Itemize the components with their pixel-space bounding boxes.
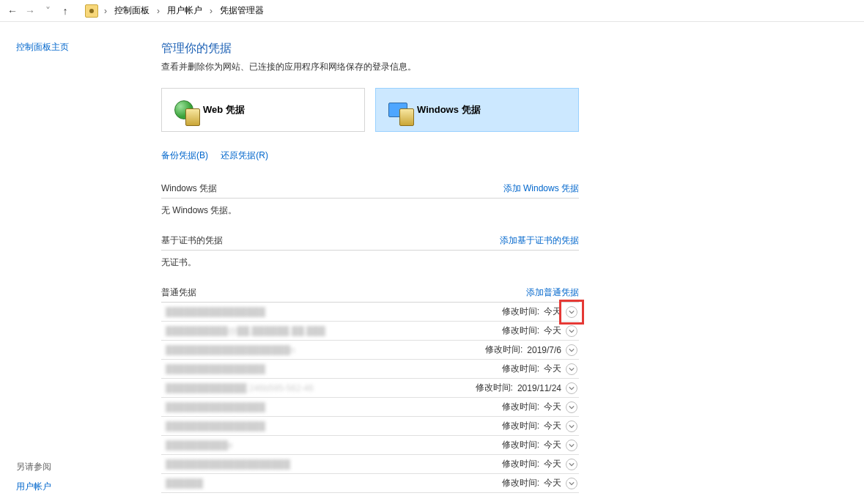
credential-name: ██████████e (166, 440, 502, 451)
see-also-header: 另请参阅 (16, 461, 147, 473)
modified-label: 修改时间: (502, 363, 539, 375)
breadcrumb-user-accounts[interactable]: 用户帐户 (166, 4, 204, 17)
credential-name: ████████████████ (166, 364, 502, 374)
credential-meta: 修改时间: 今天 (502, 420, 577, 432)
windows-creds-empty: 无 Windows 凭据。 (161, 199, 579, 230)
cert-creds-title: 基于证书的凭据 (161, 234, 223, 247)
credential-row[interactable]: ████████████████████n修改时间: 2019/7/6 (161, 341, 579, 360)
credential-row[interactable]: ████████████████修改时间: 今天 (161, 303, 579, 322)
backup-credentials-link[interactable]: 备份凭据(B) (161, 150, 208, 160)
modified-date: 今天 (544, 305, 561, 318)
credential-meta: 修改时间: 2019/11/24 (476, 382, 577, 394)
modified-label: 修改时间: (476, 382, 513, 394)
expand-chevron-icon[interactable] (566, 382, 577, 394)
credential-name: ████████████████ (166, 402, 502, 412)
cert-creds-empty: 无证书。 (161, 251, 579, 282)
expand-chevron-icon[interactable] (566, 306, 577, 318)
chevron-right-icon: › (208, 6, 214, 16)
main-content: 管理你的凭据 查看并删除你为网站、已连接的应用程序和网络保存的登录信息。 Web… (147, 28, 601, 504)
credential-meta: 修改时间: 今天 (502, 458, 577, 470)
modified-date: 今天 (544, 363, 561, 375)
modified-date: 今天 (544, 325, 561, 337)
credential-name: ████████████████ (166, 421, 502, 431)
credential-row[interactable]: ████████████████修改时间: 今天 (161, 398, 579, 417)
credential-row[interactable]: ████████████████████修改时间: 今天 (161, 455, 579, 474)
credential-name: ████████████████████n (166, 345, 485, 355)
credential-row[interactable]: ██████████e修改时间: 今天 (161, 436, 579, 455)
credential-meta: 修改时间: 今天 (502, 305, 577, 318)
restore-credentials-link[interactable]: 还原凭据(R) (221, 150, 268, 160)
windows-credentials-label: Windows 凭据 (417, 103, 481, 116)
add-cert-credential-link[interactable]: 添加基于证书的凭据 (500, 234, 579, 247)
expand-chevron-icon[interactable] (566, 344, 577, 356)
modified-date: 今天 (544, 420, 561, 432)
generic-creds-title: 普通凭据 (161, 286, 196, 299)
modified-label: 修改时间: (485, 344, 523, 356)
page-title: 管理你的凭据 (161, 41, 579, 56)
credential-meta: 修改时间: 今天 (502, 401, 577, 413)
windows-creds-title: Windows 凭据 (161, 182, 217, 195)
web-credentials-tile[interactable]: Web 凭据 (161, 88, 365, 132)
credential-name: █████████████ 246b595-562-46 (166, 383, 476, 393)
credential-row[interactable]: ██████████@██.██████.██.███修改时间: 今天 (161, 322, 579, 341)
credential-meta: 修改时间: 今天 (502, 477, 577, 489)
credential-meta: 修改时间: 今天 (502, 363, 577, 375)
modified-date: 今天 (544, 458, 561, 470)
add-generic-credential-link[interactable]: 添加普通凭据 (526, 286, 579, 299)
credential-meta: 修改时间: 今天 (502, 325, 577, 337)
address-bar: ← → ˅ ↑ › 控制面板 › 用户帐户 › 凭据管理器 (0, 0, 864, 22)
modified-label: 修改时间: (502, 305, 539, 318)
credential-name: ██████████@██.██████.██.███ (166, 326, 502, 336)
modified-date: 今天 (544, 477, 561, 489)
recent-dropdown[interactable]: ˅ (41, 4, 54, 18)
add-windows-credential-link[interactable]: 添加 Windows 凭据 (503, 182, 579, 195)
control-panel-icon (85, 4, 98, 18)
breadcrumb-credential-manager[interactable]: 凭据管理器 (218, 4, 265, 17)
expand-chevron-icon[interactable] (566, 363, 577, 375)
expand-chevron-icon[interactable] (566, 440, 577, 451)
modified-label: 修改时间: (502, 420, 539, 432)
sidebar-home-link[interactable]: 控制面板主页 (16, 42, 69, 52)
credential-name: ████████████████████ (166, 459, 502, 470)
modified-label: 修改时间: (502, 458, 539, 470)
modified-date: 2019/11/24 (517, 383, 561, 393)
windows-credentials-tile[interactable]: Windows 凭据 (375, 88, 579, 132)
credential-row[interactable]: ████████████████修改时间: 今天 (161, 417, 579, 436)
up-button[interactable]: ↑ (59, 4, 72, 18)
modified-label: 修改时间: (502, 439, 539, 451)
expand-chevron-icon[interactable] (566, 401, 577, 413)
sidebar: 控制面板主页 另请参阅 用户帐户 (0, 28, 147, 504)
modified-date: 2019/7/6 (527, 345, 561, 355)
credential-meta: 修改时间: 今天 (502, 439, 577, 451)
generic-creds-section-header: 普通凭据 添加普通凭据 (161, 282, 579, 303)
modified-label: 修改时间: (502, 477, 539, 489)
credential-row[interactable]: █████████████ 246b595-562-46修改时间: 2019/1… (161, 379, 579, 398)
modified-date: 今天 (544, 401, 561, 413)
monitor-safe-icon (383, 95, 413, 125)
modified-label: 修改时间: (502, 325, 539, 337)
forward-button[interactable]: → (23, 4, 37, 18)
credential-row[interactable]: ████████████████修改时间: 今天 (161, 360, 579, 379)
breadcrumb-control-panel[interactable]: 控制面板 (113, 4, 151, 17)
expand-chevron-icon[interactable] (566, 459, 577, 470)
svg-point-0 (89, 9, 94, 13)
expand-chevron-icon[interactable] (566, 478, 577, 489)
windows-creds-section-header: Windows 凭据 添加 Windows 凭据 (161, 178, 579, 199)
globe-safe-icon (169, 95, 199, 125)
credential-name: ████████████████ (166, 307, 502, 317)
page-subtitle: 查看并删除你为网站、已连接的应用程序和网络保存的登录信息。 (161, 61, 579, 73)
expand-chevron-icon[interactable] (566, 325, 577, 337)
chevron-right-icon: › (155, 6, 161, 16)
sidebar-user-accounts-link[interactable]: 用户帐户 (16, 481, 51, 492)
credential-meta: 修改时间: 2019/7/6 (485, 344, 577, 356)
credential-row[interactable]: ██████修改时间: 今天 (161, 474, 579, 493)
web-credentials-label: Web 凭据 (203, 103, 245, 116)
credential-name: ██████ (166, 478, 502, 489)
modified-label: 修改时间: (502, 401, 539, 413)
back-button[interactable]: ← (6, 4, 19, 18)
expand-chevron-icon[interactable] (566, 420, 577, 432)
cert-creds-section-header: 基于证书的凭据 添加基于证书的凭据 (161, 230, 579, 251)
chevron-right-icon: › (103, 6, 108, 16)
modified-date: 今天 (544, 439, 561, 451)
generic-credentials-list: ████████████████修改时间: 今天██████████@██.██… (161, 303, 579, 493)
